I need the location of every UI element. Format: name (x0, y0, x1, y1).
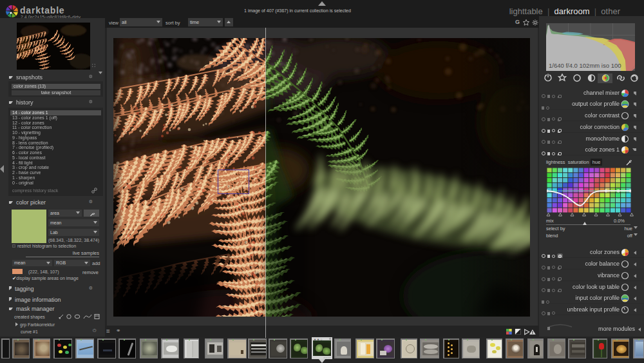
svg-text:1/640 f/4.0 102mm iso 100: 1/640 f/4.0 102mm iso 100 (549, 62, 621, 69)
